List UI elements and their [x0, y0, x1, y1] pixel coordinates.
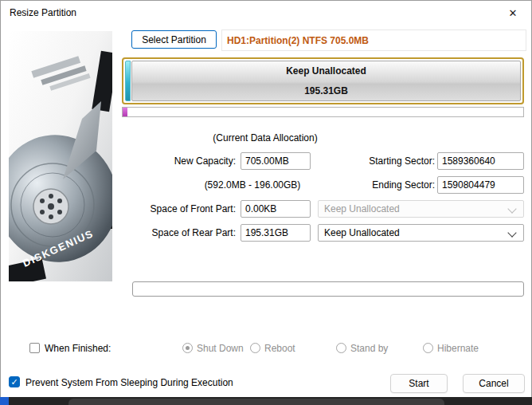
title-bar: Resize Partition ✕ [1, 1, 531, 25]
starting-sector-input[interactable] [437, 152, 524, 170]
hdd-illustration: DISKGENIUS [9, 31, 112, 281]
segment-mode-label: Keep Unallocated [286, 65, 366, 77]
resize-partition-dialog: Resize Partition ✕ [0, 0, 532, 397]
ending-sector-input[interactable] [437, 176, 524, 194]
capacity-range-hint: (592.0MB - 196.00GB) [187, 176, 318, 194]
close-icon: ✕ [509, 7, 518, 19]
background-window-segment [68, 399, 444, 405]
background-window-icon [0, 397, 9, 405]
front-segment[interactable] [125, 61, 131, 101]
segment-size-label: 195.31GB [304, 85, 348, 96]
disk-layout-strip [122, 107, 524, 117]
radio-reboot-label: Reboot [264, 342, 295, 355]
radio-stand-by [336, 343, 346, 353]
radio-reboot [250, 343, 260, 353]
front-part-mode-value: Keep Unallocated [324, 203, 400, 214]
select-partition-button[interactable]: Select Partition [131, 30, 217, 49]
start-button-label: Start [409, 378, 428, 389]
rear-part-mode-combo[interactable]: Keep Unallocated [318, 224, 524, 242]
partition-size-bar[interactable]: Keep Unallocated 195.31GB [122, 57, 524, 104]
when-finished-checkbox[interactable] [29, 343, 40, 353]
radio-shut-down [182, 343, 193, 353]
when-finished-label[interactable]: When Finished: [45, 342, 111, 355]
cancel-button-label: Cancel [479, 378, 508, 389]
window-title: Resize Partition [10, 1, 76, 25]
front-part-mode-combo: Keep Unallocated [318, 200, 524, 218]
chevron-down-icon [507, 228, 516, 237]
new-capacity-label: New Capacity: [120, 152, 236, 170]
radio-shut-down-label: Shut Down [197, 342, 244, 355]
radio-stand-by-label: Stand by [350, 342, 388, 355]
select-partition-label: Select Partition [142, 34, 206, 45]
partition-marker [123, 108, 127, 116]
chevron-down-icon [507, 204, 516, 213]
allocation-caption: (Current Data Allocation) [122, 130, 409, 146]
hdd-photo: DISKGENIUS [9, 31, 112, 281]
rear-part-label: Space of Rear Part: [120, 224, 236, 242]
prevent-sleep-checkbox[interactable]: ✓ [9, 376, 20, 387]
background-window-strip [0, 397, 532, 405]
front-part-label: Space of Front Part: [120, 200, 236, 218]
ending-sector-label: Ending Sector: [331, 176, 435, 194]
rear-part-input[interactable] [241, 224, 311, 242]
radio-hibernate-label: Hibernate [437, 342, 479, 355]
close-button[interactable]: ✕ [495, 1, 531, 25]
radio-hibernate [423, 343, 433, 353]
prevent-sleep-label[interactable]: Prevent System From Sleeping During Exec… [25, 376, 233, 389]
progress-bar [132, 281, 524, 297]
starting-sector-label: Starting Sector: [331, 152, 435, 170]
start-button[interactable]: Start [390, 374, 448, 393]
rear-part-mode-value: Keep Unallocated [324, 227, 400, 238]
partition-info-box: HD1:Partition(2) NTFS 705.0MB [221, 29, 526, 51]
partition-info-text: HD1:Partition(2) NTFS 705.0MB [222, 35, 369, 46]
front-part-input[interactable] [241, 200, 311, 218]
cancel-button[interactable]: Cancel [463, 374, 525, 393]
check-icon: ✓ [10, 377, 18, 387]
unallocated-segment[interactable]: Keep Unallocated 195.31GB [131, 61, 521, 101]
new-capacity-input[interactable] [241, 152, 311, 170]
